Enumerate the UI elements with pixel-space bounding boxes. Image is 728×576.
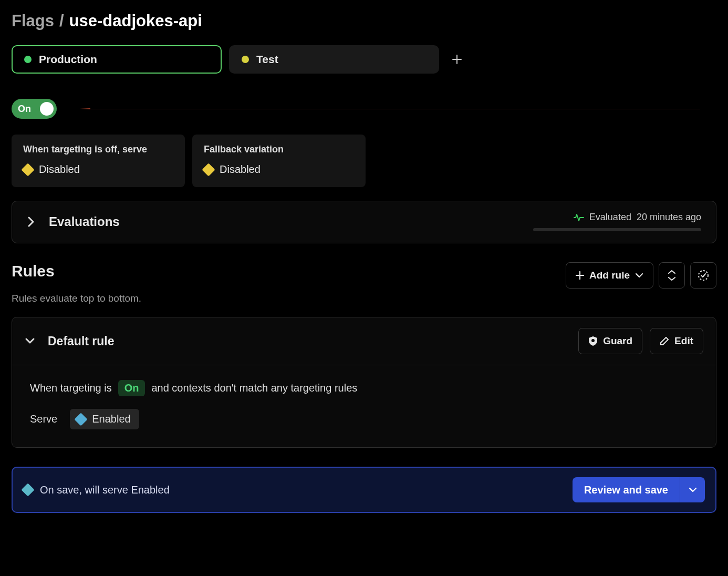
save-message: On save, will serve Enabled [40, 484, 170, 496]
breadcrumb-separator: / [59, 12, 64, 30]
add-environment-button[interactable] [446, 49, 467, 70]
status-dot-icon [242, 56, 249, 63]
svg-point-3 [591, 339, 595, 342]
status-dot-icon [24, 56, 32, 63]
diamond-icon [202, 163, 215, 176]
toggle-label: On [15, 104, 31, 115]
variation-value: Disabled [39, 163, 80, 176]
collapse-rules-button[interactable] [659, 262, 685, 289]
evaluation-bar [533, 228, 701, 231]
diamond-icon [21, 483, 34, 496]
svg-point-2 [699, 271, 708, 280]
diamond-icon [75, 413, 88, 426]
serve-variation-value: Enabled [92, 413, 130, 425]
rule-line-prefix: When targeting is [30, 382, 112, 394]
serve-variation-chip[interactable]: Enabled [70, 409, 139, 429]
edit-label: Edit [674, 335, 693, 347]
fallback-variation-card[interactable]: Fallback variation Disabled [192, 135, 366, 187]
environment-tabs: Production Test [12, 45, 716, 74]
guard-label: Guard [603, 335, 632, 347]
serve-label: Serve [30, 413, 57, 425]
chevron-down-icon [635, 272, 643, 279]
targeting-state-pill: On [118, 380, 145, 396]
pencil-icon [660, 336, 669, 346]
default-rule-panel: Default rule Guard Edit When targeting i… [12, 317, 716, 448]
rules-subtitle: Rules evaluate top to bottom. [12, 293, 716, 304]
plus-icon [576, 271, 584, 280]
svg-marker-1 [80, 108, 90, 109]
rule-name: Default rule [48, 334, 115, 348]
activity-icon [574, 213, 584, 222]
rules-title: Rules [12, 262, 55, 280]
toggle-knob-icon [40, 102, 54, 116]
reorder-rules-button[interactable] [690, 262, 716, 289]
rule-serve-line: Serve Enabled [30, 409, 698, 429]
save-bar: On save, will serve Enabled Review and s… [12, 467, 716, 513]
evaluations-panel[interactable]: Evaluations Evaluated 20 minutes ago [12, 201, 716, 243]
card-title: When targeting is off, serve [23, 144, 173, 155]
rule-line-suffix: and contexts don't match any targeting r… [151, 382, 357, 394]
env-tab-label: Test [256, 53, 278, 66]
chevron-right-icon [27, 215, 35, 228]
evaluation-status-time: 20 minutes ago [637, 212, 701, 223]
breadcrumb: Flags / use-dadjokes-api [12, 12, 716, 30]
evaluation-status-prefix: Evaluated [589, 212, 631, 223]
diamond-icon [21, 163, 34, 176]
evaluations-title: Evaluations [49, 214, 120, 229]
review-and-save-button[interactable]: Review and save [573, 477, 680, 502]
env-tab-test[interactable]: Test [229, 45, 439, 74]
annotation-arrow-icon [80, 108, 700, 109]
edit-button[interactable]: Edit [650, 328, 703, 354]
chevron-down-icon [689, 487, 697, 493]
collapse-icon [667, 270, 677, 281]
evaluation-status: Evaluated 20 minutes ago [574, 212, 701, 223]
targeting-off-card[interactable]: When targeting is off, serve Disabled [12, 135, 185, 187]
add-rule-button[interactable]: Add rule [566, 262, 653, 289]
breadcrumb-current: use-dadjokes-api [69, 12, 202, 30]
env-tab-label: Production [39, 53, 97, 66]
card-title: Fallback variation [204, 144, 354, 155]
add-rule-label: Add rule [589, 270, 630, 281]
reorder-icon [698, 270, 709, 281]
rule-condition-line: When targeting is On and contexts don't … [30, 380, 698, 396]
shield-icon [588, 336, 598, 346]
variation-value: Disabled [220, 163, 261, 176]
chevron-down-icon[interactable] [25, 337, 35, 345]
plus-icon [452, 54, 462, 65]
targeting-toggle[interactable]: On [12, 99, 57, 119]
save-dropdown-button[interactable] [680, 477, 705, 502]
variation-cards: When targeting is off, serve Disabled Fa… [12, 135, 716, 187]
guard-button[interactable]: Guard [578, 328, 642, 354]
breadcrumb-parent[interactable]: Flags [12, 12, 54, 30]
env-tab-production[interactable]: Production [12, 45, 222, 74]
